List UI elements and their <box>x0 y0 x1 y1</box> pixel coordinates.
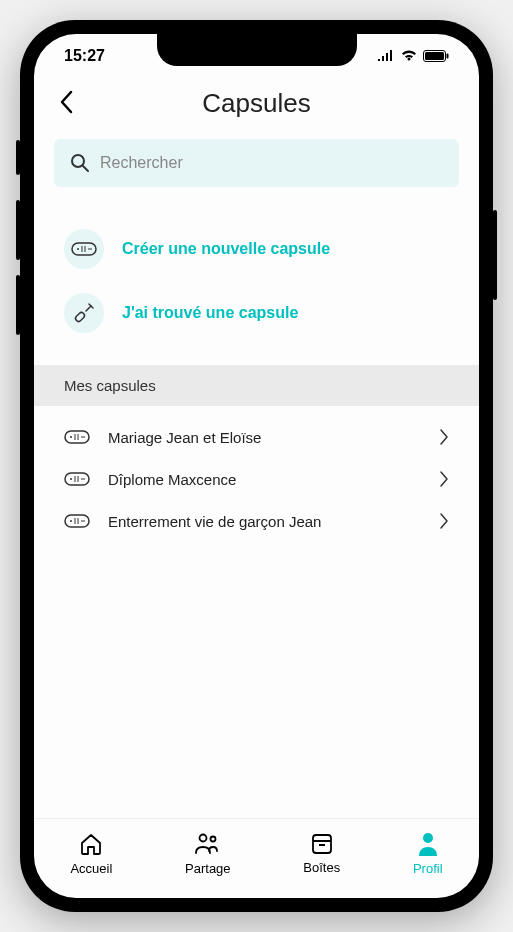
nav-profile-label: Profil <box>413 861 443 876</box>
create-capsule-action[interactable]: Créer une nouvelle capsule <box>54 217 459 281</box>
svg-rect-1 <box>425 52 444 60</box>
svg-point-5 <box>77 248 79 250</box>
bottom-nav: Accueil Partage Boîtes Profil <box>34 818 479 898</box>
svg-rect-7 <box>65 431 89 443</box>
box-icon <box>310 832 334 856</box>
section-my-capsules: Mes capsules <box>34 365 479 406</box>
signal-icon <box>377 50 395 62</box>
chevron-left-icon <box>59 90 73 114</box>
svg-point-13 <box>199 835 206 842</box>
svg-point-16 <box>423 833 433 843</box>
status-indicators <box>377 50 449 62</box>
svg-rect-4 <box>72 243 96 255</box>
back-button[interactable] <box>59 90 73 118</box>
capsule-icon <box>64 472 90 486</box>
found-capsule-label: J'ai trouvé une capsule <box>122 304 298 322</box>
capsule-item[interactable]: Enterrement vie de garçon Jean <box>54 500 459 542</box>
capsule-icon <box>64 229 104 269</box>
nav-share-label: Partage <box>185 861 231 876</box>
home-icon <box>78 831 104 857</box>
svg-point-3 <box>72 155 84 167</box>
capsule-label: Dîplome Maxcence <box>108 471 421 488</box>
capsule-icon <box>64 514 90 528</box>
search-icon <box>70 153 90 173</box>
chevron-right-icon <box>439 470 449 488</box>
nav-share[interactable]: Partage <box>185 831 231 876</box>
share-icon <box>194 831 222 857</box>
nav-home-label: Accueil <box>70 861 112 876</box>
nav-home[interactable]: Accueil <box>70 831 112 876</box>
status-time: 15:27 <box>64 47 105 65</box>
found-icon <box>64 293 104 333</box>
svg-point-12 <box>70 520 72 522</box>
chevron-right-icon <box>439 428 449 446</box>
page-title: Capsules <box>59 88 454 119</box>
battery-icon <box>423 50 449 62</box>
svg-rect-2 <box>447 54 449 59</box>
profile-icon <box>416 831 440 857</box>
svg-rect-9 <box>65 473 89 485</box>
capsule-label: Enterrement vie de garçon Jean <box>108 513 421 530</box>
search-bar[interactable] <box>54 139 459 187</box>
svg-rect-11 <box>65 515 89 527</box>
svg-rect-6 <box>74 311 85 322</box>
capsule-item[interactable]: Dîplome Maxcence <box>54 458 459 500</box>
found-capsule-action[interactable]: J'ai trouvé une capsule <box>54 281 459 345</box>
nav-profile[interactable]: Profil <box>413 831 443 876</box>
svg-point-14 <box>210 837 215 842</box>
nav-boxes-label: Boîtes <box>303 860 340 875</box>
page-header: Capsules <box>34 78 479 139</box>
svg-point-10 <box>70 478 72 480</box>
wifi-icon <box>401 50 417 62</box>
svg-rect-15 <box>313 835 331 853</box>
create-capsule-label: Créer une nouvelle capsule <box>122 240 330 258</box>
chevron-right-icon <box>439 512 449 530</box>
search-input[interactable] <box>100 154 443 172</box>
capsule-item[interactable]: Mariage Jean et Eloïse <box>54 416 459 458</box>
svg-point-8 <box>70 436 72 438</box>
capsule-label: Mariage Jean et Eloïse <box>108 429 421 446</box>
capsule-icon <box>64 430 90 444</box>
nav-boxes[interactable]: Boîtes <box>303 832 340 875</box>
